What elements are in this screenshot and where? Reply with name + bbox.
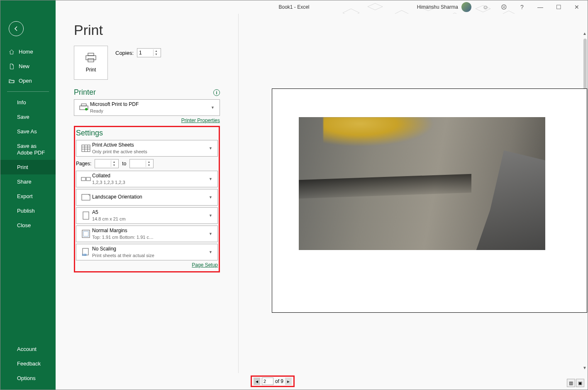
scroll-down-icon[interactable]: ▼ — [582, 365, 588, 371]
chevron-down-icon: ▼ — [207, 250, 214, 254]
print-button[interactable]: Print — [74, 46, 108, 80]
nav-share[interactable]: Share — [0, 174, 56, 189]
preview-bottom-bar: ◄ of 9 ► ▥ ▣ — [238, 373, 588, 390]
spinner-down-icon[interactable]: ▼ — [154, 53, 159, 56]
pages-from-spinner[interactable]: ▲▼ — [95, 159, 119, 168]
nav-close[interactable]: Close — [0, 218, 56, 233]
copies-spinner[interactable]: ▲▼ — [137, 48, 161, 57]
pages-label: Pages: — [76, 161, 91, 167]
scroll-up-icon[interactable]: ▲ — [582, 31, 588, 37]
paper-size-dropdown[interactable]: A5 14.8 cm x 21 cm ▼ — [76, 207, 218, 224]
collate-icon — [80, 176, 92, 182]
nav-export[interactable]: Export — [0, 189, 56, 204]
prev-page-button[interactable]: ◄ — [254, 378, 260, 385]
margins-title: Normal Margins — [92, 228, 207, 234]
user-name: Himanshu Sharma — [417, 4, 458, 10]
chevron-down-icon: ▼ — [209, 105, 216, 110]
show-margins-button[interactable]: ▥ — [567, 379, 575, 387]
printer-properties-link[interactable]: Printer Properties — [181, 118, 220, 123]
svg-rect-0 — [88, 53, 94, 56]
copies-label: Copies: — [115, 50, 134, 56]
landscape-icon — [80, 194, 92, 201]
scaling-dropdown[interactable]: 100 No Scaling Print sheets at their act… — [76, 244, 218, 260]
nav-open[interactable]: Open — [0, 74, 56, 88]
close-button[interactable]: ✕ — [568, 0, 586, 14]
zoom-to-page-button[interactable]: ▣ — [576, 379, 584, 387]
nav-home[interactable]: Home — [0, 44, 56, 59]
nav-open-label: Open — [19, 78, 32, 84]
maximize-button[interactable]: ☐ — [549, 0, 568, 14]
paper-title: A5 — [92, 209, 207, 216]
paper-sub: 14.8 cm x 21 cm — [92, 216, 207, 222]
printer-dropdown[interactable]: Microsoft Print to PDF Ready ▼ — [74, 99, 220, 116]
svg-rect-3 — [81, 104, 86, 106]
nav-save[interactable]: Save — [0, 110, 56, 124]
info-icon[interactable]: i — [213, 89, 220, 96]
page-count-label: of 9 — [275, 378, 283, 384]
help-icon[interactable]: ? — [513, 0, 531, 14]
collate-title: Collated — [92, 173, 207, 179]
preview-page — [272, 88, 587, 313]
minimize-button[interactable]: — — [531, 0, 549, 14]
chevron-down-icon: ▼ — [207, 195, 214, 199]
back-button[interactable] — [9, 21, 24, 36]
spinner-up-icon[interactable]: ▲ — [154, 49, 159, 53]
printer-status: Ready — [90, 108, 209, 114]
home-icon — [9, 49, 15, 55]
svg-rect-1 — [86, 56, 96, 60]
chevron-down-icon: ▼ — [207, 232, 214, 236]
main-area: Print Print Copies: ▲▼ Printer i — [56, 14, 588, 390]
svg-point-5 — [85, 108, 88, 110]
window-controls: ☺ ☹ ? — ☐ ✕ — [476, 0, 586, 14]
backstage-sidebar: Home New Open Info Save Save As Save as … — [0, 0, 56, 390]
nav-feedback[interactable]: Feedback — [0, 356, 56, 371]
scaling-sub: Print sheets at their actual size — [92, 253, 207, 258]
preview-image — [299, 117, 545, 250]
current-page-input[interactable] — [262, 378, 273, 385]
nav-publish[interactable]: Publish — [0, 204, 56, 218]
face-sad-icon[interactable]: ☹ — [495, 0, 513, 14]
nav-options[interactable]: Options — [0, 371, 56, 385]
title-bar: Book1 - Excel Himanshu Sharma ☺ ☹ ? — ☐ … — [0, 0, 588, 14]
window-title: Book1 - Excel — [278, 4, 309, 10]
printer-name: Microsoft Print to PDF — [90, 101, 209, 108]
settings-section-title: Settings — [76, 129, 103, 137]
margins-dropdown[interactable]: Normal Margins Top: 1.91 cm Bottom: 1.91… — [76, 226, 218, 242]
settings-highlight-box: Settings Print Active Sheets Only print … — [74, 126, 220, 272]
nav-save-adobe[interactable]: Save as Adobe PDF — [0, 139, 56, 160]
avatar[interactable] — [461, 2, 471, 12]
collate-sub: 1,2,3 1,2,3 1,2,3 — [92, 179, 207, 185]
arrow-left-icon — [13, 25, 20, 32]
pages-from-input[interactable] — [95, 161, 111, 167]
account-area[interactable]: Himanshu Sharma — [417, 2, 471, 12]
orientation-dropdown[interactable]: Landscape Orientation ▼ — [76, 189, 218, 206]
printer-section-title: Printer — [74, 88, 96, 97]
pages-to-label: to — [122, 161, 126, 167]
svg-rect-16 — [83, 231, 88, 236]
nav-info[interactable]: Info — [0, 95, 56, 110]
nav-save-as[interactable]: Save As — [0, 124, 56, 139]
next-page-button[interactable]: ► — [285, 378, 292, 385]
print-what-dropdown[interactable]: Print Active Sheets Only print the activ… — [76, 140, 218, 157]
chevron-down-icon: ▼ — [207, 213, 214, 218]
nav-print[interactable]: Print — [0, 160, 56, 174]
page-setup-link[interactable]: Page Setup — [192, 262, 218, 268]
nav-new[interactable]: New — [0, 59, 56, 74]
chevron-down-icon: ▼ — [207, 146, 214, 150]
face-smile-icon[interactable]: ☺ — [476, 0, 495, 14]
nav-home-label: Home — [19, 49, 33, 55]
sidebar-divider — [7, 91, 49, 92]
printer-icon — [85, 53, 97, 63]
copies-input[interactable] — [137, 50, 153, 56]
printer-device-icon — [78, 103, 90, 112]
collate-dropdown[interactable]: Collated 1,2,3 1,2,3 1,2,3 ▼ — [76, 171, 218, 187]
document-icon — [9, 64, 15, 69]
preview-image-detail — [476, 150, 545, 250]
svg-rect-6 — [82, 145, 90, 152]
orientation-title: Landscape Orientation — [92, 194, 142, 201]
pages-to-input[interactable] — [130, 161, 146, 167]
pages-to-spinner[interactable]: ▲▼ — [129, 159, 154, 168]
print-preview-pane: ▲ ▼ — [238, 14, 588, 373]
nav-account[interactable]: Account — [0, 342, 56, 356]
svg-text:100: 100 — [82, 253, 87, 256]
